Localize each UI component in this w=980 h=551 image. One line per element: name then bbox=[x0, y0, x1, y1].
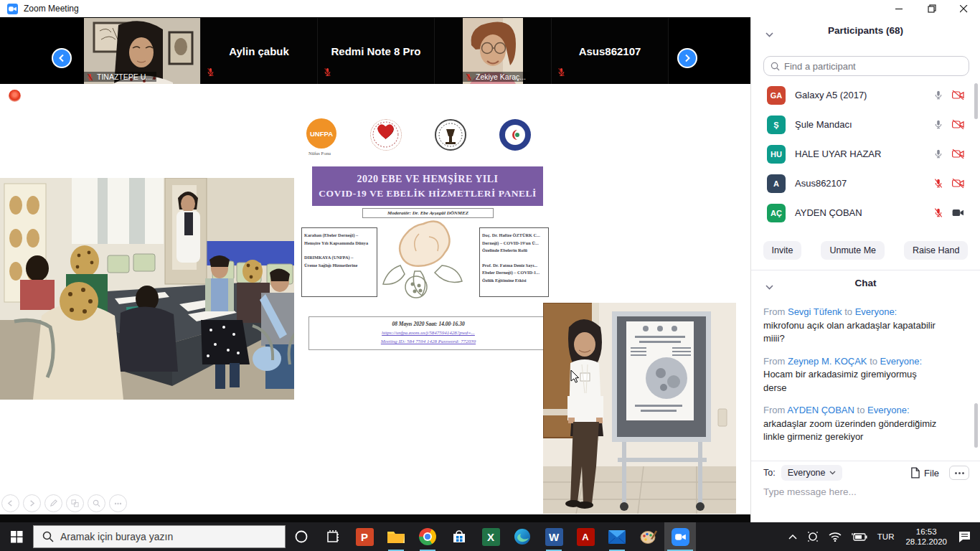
laser-pointer-dot bbox=[9, 90, 21, 102]
message-body: arkadaşlar zoom üzerinden gönderdiğimiz … bbox=[763, 418, 937, 444]
unmute-me-button[interactable]: Unmute Me bbox=[821, 241, 885, 260]
taskbar-chrome[interactable] bbox=[412, 522, 443, 551]
taskbar-store[interactable] bbox=[443, 522, 475, 551]
video-tile-redmi[interactable]: Redmi Note 8 Pro bbox=[318, 18, 435, 84]
meeting-main-area: TINAZTEPE U... Aylin çabuk Redmi Note 8 … bbox=[0, 17, 750, 522]
taskbar-paint[interactable] bbox=[633, 522, 664, 551]
panel-divider bbox=[751, 270, 980, 270]
system-tray: TUR 16:53 28.12.2020 bbox=[783, 522, 980, 551]
chat-input-area[interactable] bbox=[763, 485, 968, 498]
mic-muted-icon bbox=[933, 178, 943, 189]
taskbar-search-input[interactable] bbox=[60, 531, 261, 542]
annotate-pen-button[interactable] bbox=[44, 494, 62, 512]
message-body: Hocam bir arkadasimiz giremiyormuş derse bbox=[763, 368, 937, 395]
taskbar-powerpoint[interactable]: P bbox=[349, 522, 380, 551]
task-view-button[interactable] bbox=[317, 522, 349, 551]
chat-message-input[interactable] bbox=[763, 486, 968, 497]
more-options-button[interactable] bbox=[109, 494, 127, 512]
participant-row[interactable]: AÇ AYDEN ÇOBAN bbox=[751, 198, 980, 227]
taskbar-excel[interactable]: X bbox=[475, 522, 507, 551]
participants-title: Participants (68) bbox=[751, 25, 980, 36]
mic-muted-icon bbox=[206, 67, 215, 77]
chrome-icon bbox=[419, 528, 436, 545]
chat-more-button[interactable] bbox=[949, 466, 969, 480]
language-indicator[interactable]: TUR bbox=[872, 522, 900, 551]
taskbar-file-explorer[interactable] bbox=[380, 522, 412, 551]
recipient-dropdown[interactable]: Everyone bbox=[781, 465, 842, 481]
video-tile-tinaztepe[interactable]: TINAZTEPE U... bbox=[84, 18, 201, 84]
participant-name-label: Redmi Note 8 Pro bbox=[318, 45, 434, 57]
mic-muted-icon bbox=[86, 73, 94, 81]
poster-banner: 2020 EBE VE HEMŞİRE YILI COVID-19 VE EBE… bbox=[312, 166, 543, 206]
participant-search-input[interactable] bbox=[784, 61, 949, 72]
participants-scrollbar[interactable] bbox=[974, 83, 978, 119]
tray-date: 28.12.2020 bbox=[905, 537, 947, 547]
tray-time: 16:53 bbox=[905, 527, 947, 537]
chat-message: From Sevgi Tüfenk to Everyone: mikrofonu… bbox=[763, 306, 937, 346]
video-tile-zekiye[interactable]: Zekiye Karaç... bbox=[435, 18, 552, 84]
taskbar-search-box[interactable] bbox=[33, 525, 286, 548]
file-button[interactable]: File bbox=[910, 467, 939, 479]
windows-taskbar: P X W A TUR 16:53 28.12.2020 bbox=[0, 522, 980, 551]
participant-row[interactable]: HU HALE UYAR HAZAR bbox=[751, 139, 980, 169]
chat-message-list: From Sevgi Tüfenk to Everyone: mikrofonu… bbox=[763, 306, 937, 453]
chat-message: From AYDEN ÇOBAN to Everyone: arkadaşlar… bbox=[763, 404, 937, 444]
poster-left-speakers: Karahan (Ebeler Derneği) – Hemşire Yılı … bbox=[301, 227, 377, 297]
raise-hand-button[interactable]: Raise Hand bbox=[904, 241, 968, 260]
previous-slide-button[interactable] bbox=[1, 494, 19, 512]
taskbar-edge[interactable] bbox=[507, 522, 538, 551]
chat-scrollbar[interactable] bbox=[974, 403, 978, 448]
participant-row[interactable]: A Asus862107 bbox=[751, 169, 980, 198]
sender-name: AYDEN ÇOBAN bbox=[787, 405, 854, 415]
participant-row[interactable]: GA Galaxy A5 (2017) bbox=[751, 80, 980, 110]
poster-right-speakers: Doç. Dr. Hafize ÖZTÜRK C... Derneği) – C… bbox=[479, 227, 549, 297]
next-slide-button[interactable] bbox=[23, 494, 41, 512]
zoom-slide-button[interactable] bbox=[88, 494, 105, 512]
task-view-icon bbox=[326, 529, 340, 544]
poster-artwork bbox=[379, 215, 476, 309]
participant-name: AYDEN ÇOBAN bbox=[795, 207, 862, 218]
avatar: HU bbox=[767, 145, 786, 164]
chat-compose-toolbar: To: Everyone File bbox=[763, 465, 969, 481]
side-panel: Participants (68) GA Galaxy A5 (2017) Ş … bbox=[750, 17, 980, 522]
ministry-logo bbox=[499, 119, 531, 151]
midwifery-association-logo bbox=[370, 119, 402, 151]
close-button[interactable] bbox=[948, 0, 980, 17]
avatar: AÇ bbox=[767, 204, 786, 222]
presenter-photo bbox=[543, 303, 736, 514]
tray-chevron-up[interactable] bbox=[783, 522, 802, 551]
file-icon bbox=[910, 467, 920, 479]
restore-button[interactable] bbox=[915, 0, 948, 17]
search-icon bbox=[771, 62, 780, 71]
filmstrip-prev-button[interactable] bbox=[52, 48, 72, 68]
avatar: Ş bbox=[767, 116, 786, 134]
bottom-black-strip bbox=[0, 514, 750, 522]
action-center-icon[interactable] bbox=[953, 522, 976, 551]
taskbar-zoom[interactable] bbox=[664, 522, 696, 551]
show-all-slides-button[interactable] bbox=[66, 494, 84, 512]
cortana-button[interactable] bbox=[286, 522, 317, 551]
filmstrip-next-button[interactable] bbox=[677, 48, 697, 68]
taskbar-acrobat[interactable]: A bbox=[570, 522, 601, 551]
battery-icon[interactable] bbox=[847, 522, 872, 551]
mic-on-icon bbox=[933, 149, 943, 159]
taskbar-mail[interactable] bbox=[601, 522, 633, 551]
tray-update-icon[interactable] bbox=[802, 522, 824, 551]
chat-message: From Zeynep M. KOÇAK to Everyone: Hocam … bbox=[763, 355, 937, 395]
participant-row[interactable]: Ş Şule Mandacı bbox=[751, 110, 980, 139]
participant-search-box[interactable] bbox=[763, 56, 969, 76]
word-icon: W bbox=[545, 528, 563, 546]
clock[interactable]: 16:53 28.12.2020 bbox=[899, 527, 953, 547]
taskbar-word[interactable]: W bbox=[538, 522, 570, 551]
chat-title: Chat bbox=[751, 278, 980, 288]
panel-divider bbox=[751, 461, 980, 461]
minimize-button[interactable] bbox=[883, 0, 915, 17]
video-tile-aylin[interactable]: Aylin çabuk bbox=[201, 18, 318, 84]
wifi-icon[interactable] bbox=[824, 522, 847, 551]
mic-on-icon bbox=[933, 90, 943, 100]
participant-name: Şule Mandacı bbox=[795, 119, 852, 130]
video-tile-asus[interactable]: Asus862107 bbox=[552, 18, 669, 84]
invite-button[interactable]: Invite bbox=[763, 241, 802, 260]
start-button[interactable] bbox=[0, 522, 33, 551]
participant-name-label: TINAZTEPE U... bbox=[97, 72, 152, 81]
